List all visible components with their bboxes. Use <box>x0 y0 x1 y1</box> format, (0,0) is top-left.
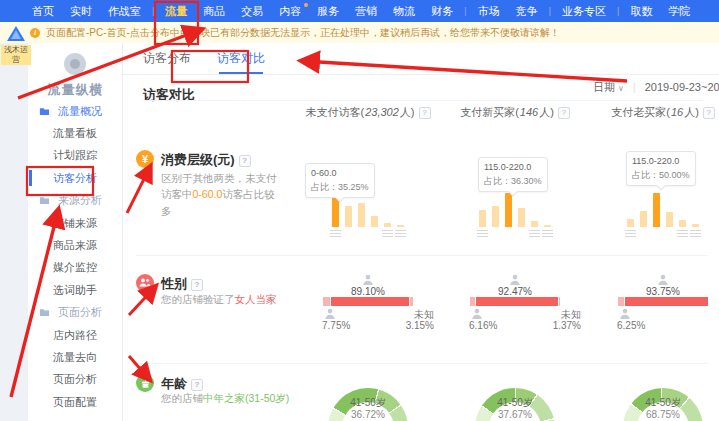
corner-badge[interactable]: 浅木运营 <box>1 26 31 66</box>
date-value[interactable]: 2019-09-23~20 <box>645 81 719 93</box>
nav-item-label: 交易 <box>241 5 263 17</box>
avatar[interactable] <box>64 53 86 75</box>
tooltip-share: 占比：50.00% <box>632 169 690 183</box>
sidebar-item-媒介监控[interactable]: 媒介监控 <box>28 257 123 279</box>
sycm-dashboard: 首页实时作战室|流量商品交易内容服务营销物流财务|市场竞争|业务专区|取数学院 … <box>0 0 719 421</box>
female-icon <box>657 274 669 286</box>
sidebar-item-label: 流量看板 <box>53 126 97 141</box>
female-icon <box>362 274 374 286</box>
nav-item-财务[interactable]: 财务 <box>423 0 461 22</box>
notice-text: 页面配置-PC-首页-点击分布中的模块已有部分数据无法显示，正在处理中，建议稍后… <box>46 26 560 40</box>
x-axis-label <box>625 230 636 238</box>
sidebar-item-页面分析[interactable]: 页面分析 <box>28 302 123 324</box>
nav-item-流量[interactable]: 流量 <box>157 0 195 22</box>
consume-level-icon: ¥ <box>136 150 154 168</box>
nav-item-物流[interactable]: 物流 <box>385 0 423 22</box>
sidebar-item-流量概况[interactable]: 流量概况 <box>28 100 123 122</box>
consume-bar <box>384 223 391 227</box>
consume-bar <box>397 225 404 227</box>
sidebar-item-label: 页面分析 <box>58 305 102 320</box>
male-percent: 6.16% <box>469 320 529 331</box>
tabs-row: 访客分布 访客对比 <box>123 43 719 75</box>
help-icon[interactable]: ? <box>191 279 203 291</box>
male-percent: 6.25% <box>617 320 677 331</box>
sidebar-item-选词助手[interactable]: 选词助手 <box>28 279 123 301</box>
nav-item-内容[interactable]: 内容 <box>271 0 309 22</box>
nav-item-实时[interactable]: 实时 <box>62 0 100 22</box>
tab-visitor-comparison[interactable]: 访客对比 <box>217 43 265 74</box>
male-icon <box>471 308 483 320</box>
sidebar-item-流量看板[interactable]: 流量看板 <box>28 122 123 144</box>
date-control[interactable]: 日期∨|2019-09-23~20 <box>593 80 719 95</box>
gender-unknown-segment <box>410 297 413 306</box>
sidebar-item-来源分析[interactable]: 来源分析 <box>28 190 123 212</box>
gender-icon <box>136 274 154 292</box>
sidebar-item-页面分析[interactable]: 页面分析 <box>28 369 123 391</box>
column-header-text: 未支付访客( <box>306 106 365 118</box>
tab-visitor-distribution[interactable]: 访客分布 <box>143 43 191 74</box>
tooltip-share: 占比：36.30% <box>484 175 542 189</box>
gender-female-segment <box>331 297 409 306</box>
sidebar-item-计划跟踪[interactable]: 计划跟踪 <box>28 145 123 167</box>
divider <box>136 255 708 256</box>
sidebar-item-店内路径[interactable]: 店内路径 <box>28 324 123 346</box>
nav-separator: | <box>546 6 554 16</box>
consume-bar <box>371 216 378 227</box>
nav-item-市场[interactable]: 市场 <box>470 0 508 22</box>
main-panel: 访客分布 访客对比 日期∨|2019-09-23~20 访客对比 ¥ 消费层级(… <box>123 43 719 421</box>
consume-section-title: 消费层级(元)? <box>161 151 251 169</box>
consume-bar <box>505 193 512 227</box>
sidebar-item-页面配置[interactable]: 页面配置 <box>28 391 123 413</box>
nav-item-学院[interactable]: 学院 <box>660 0 698 22</box>
help-icon[interactable]: ? <box>558 107 570 119</box>
nav-separator: | <box>614 6 622 16</box>
nav-item-首页[interactable]: 首页 <box>24 0 62 22</box>
consume-bar <box>653 193 660 227</box>
nav-item-业务专区[interactable]: 业务专区 <box>554 0 614 22</box>
consume-tooltip: 115.0-220.0占比：50.00% <box>626 151 696 186</box>
folder-icon <box>39 195 54 206</box>
consume-bar <box>345 206 352 227</box>
nav-item-label: 服务 <box>317 5 339 17</box>
consume-bar <box>492 206 499 227</box>
sidebar-item-label: 选词助手 <box>53 283 97 298</box>
gender-male-segment <box>323 297 330 306</box>
nav-item-取数[interactable]: 取数 <box>622 0 660 22</box>
sidebar-item-访客分析[interactable]: 访客分析 <box>28 167 123 189</box>
x-axis-label <box>395 230 406 238</box>
sidebar-item-流量去向[interactable]: 流量去向 <box>28 346 123 368</box>
male-icon <box>324 308 336 320</box>
consume-bar <box>627 219 634 227</box>
help-icon[interactable]: ? <box>419 107 431 119</box>
sidebar-item-店铺来源[interactable]: 店铺来源 <box>28 212 123 234</box>
help-icon[interactable]: ? <box>239 155 251 167</box>
nav-item-label: 取数 <box>630 5 652 17</box>
sidebar-item-label: 媒介监控 <box>53 260 97 275</box>
chevron-down-icon: ∨ <box>618 84 624 93</box>
sidebar-item-label: 计划跟踪 <box>53 148 97 163</box>
sidebar-item-商品来源[interactable]: 商品来源 <box>28 234 123 256</box>
nav-item-服务[interactable]: 服务 <box>309 0 347 22</box>
age-title-text: 年龄 <box>161 376 187 391</box>
column-header: 未支付访客(23,302人)? <box>288 105 448 120</box>
sidebar-menu: 流量概况流量看板计划跟踪访客分析来源分析店铺来源商品来源媒介监控选词助手页面分析… <box>28 100 123 413</box>
nav-item-营销[interactable]: 营销 <box>347 0 385 22</box>
triangle-logo-icon <box>7 26 25 41</box>
nav-item-作战室[interactable]: 作战室 <box>100 0 149 22</box>
help-icon[interactable]: ? <box>703 107 715 119</box>
nav-item-竞争[interactable]: 竞争 <box>508 0 546 22</box>
nav-separator: | <box>461 6 469 16</box>
info-icon: i <box>30 28 40 38</box>
sidebar-item-label: 流量概况 <box>58 104 102 119</box>
sidebar-item-label: 店内路径 <box>53 328 97 343</box>
consume-bar <box>518 208 525 227</box>
x-axis-label <box>529 230 540 238</box>
nav-item-交易[interactable]: 交易 <box>233 0 271 22</box>
gender-female-segment <box>476 297 557 306</box>
nav-item-商品[interactable]: 商品 <box>195 0 233 22</box>
desc-highlight: 女人当家 <box>235 293 277 305</box>
nav-item-label: 竞争 <box>516 5 538 17</box>
sidebar-item-label: 访客分析 <box>53 171 97 186</box>
column-header-text: 人) <box>684 106 699 118</box>
donut-center-value: 36.72% <box>338 409 398 420</box>
